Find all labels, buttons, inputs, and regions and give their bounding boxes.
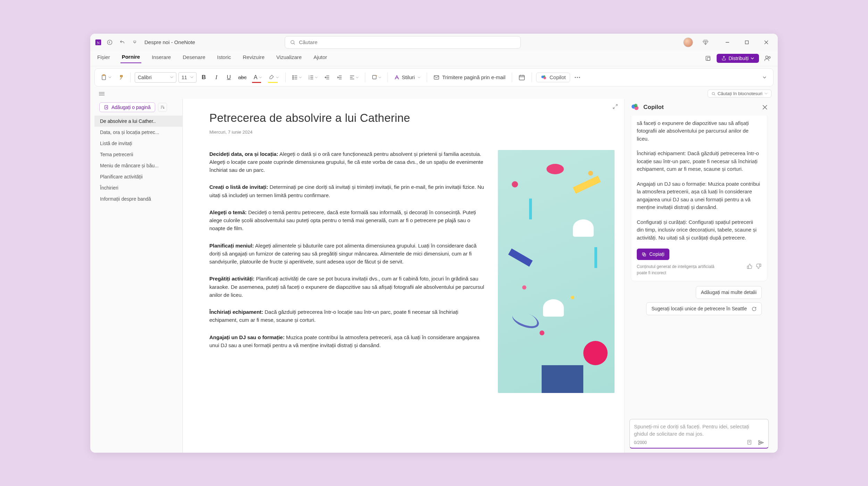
- teams-icon[interactable]: [763, 54, 772, 63]
- refresh-icon[interactable]: [752, 307, 757, 311]
- copilot-para: Angajați un DJ sau o formație: Muzica po…: [637, 180, 761, 211]
- search-input[interactable]: [299, 39, 516, 45]
- thumbs-down-icon[interactable]: [756, 263, 761, 269]
- font-color-button[interactable]: A: [251, 71, 265, 84]
- font-size-select[interactable]: 11: [178, 72, 197, 83]
- search-notebooks[interactable]: Căutați în blocnotesuri: [708, 90, 771, 98]
- svg-point-50: [579, 77, 580, 78]
- tab-home[interactable]: Pornire: [120, 54, 142, 63]
- page-item[interactable]: Data, ora și locația petrec...: [94, 127, 182, 138]
- suggestion-chip[interactable]: Adăugați mai multe detalii: [696, 286, 762, 299]
- bullets-button[interactable]: [290, 71, 304, 84]
- strikethrough-button[interactable]: abc: [236, 71, 249, 84]
- suggestion-chip[interactable]: Sugerați locații unice de petrecere în S…: [646, 302, 762, 315]
- page-title[interactable]: Petrecerea de absolvire a lui Catherine: [209, 111, 615, 125]
- svg-point-47: [543, 75, 545, 77]
- user-avatar[interactable]: [683, 37, 693, 47]
- tab-view[interactable]: Vizualizare: [275, 54, 303, 63]
- page-item[interactable]: Închirieri: [94, 182, 182, 193]
- svg-point-13: [766, 56, 768, 58]
- app-window: N Despre noi - OneNote Fișier Pornire In…: [90, 34, 778, 453]
- copilot-body: să faceți o expunere de diapozitive sau …: [625, 116, 774, 417]
- bold-button[interactable]: B: [199, 71, 209, 84]
- styles-button[interactable]: Stiluri: [392, 71, 423, 84]
- tab-insert[interactable]: Inserare: [150, 54, 172, 63]
- copilot-logo-icon: [631, 103, 639, 111]
- numbering-button[interactable]: 123: [306, 71, 320, 84]
- svg-rect-11: [707, 58, 710, 60]
- maximize-button[interactable]: [740, 37, 754, 48]
- share-icon: [721, 56, 726, 61]
- page-item[interactable]: Listă de invitați: [94, 138, 182, 149]
- paste-button[interactable]: [98, 71, 114, 84]
- svg-rect-38: [373, 75, 376, 79]
- italic-button[interactable]: I: [211, 71, 222, 84]
- sub-bar: Căutați în blocnotesuri: [90, 89, 778, 99]
- tab-draw[interactable]: Desenare: [181, 54, 207, 63]
- share-button[interactable]: Distribuiți: [717, 54, 759, 63]
- main-area: Adăugați o pagină De absolvire a lui Cat…: [90, 99, 778, 453]
- tag-button[interactable]: [369, 71, 383, 84]
- char-counter: 0/2000: [634, 440, 647, 445]
- copilot-para: Configurați și curățați: Configurați spa…: [637, 218, 761, 242]
- meeting-button[interactable]: [516, 71, 527, 84]
- page-item[interactable]: Meniu de mâncare și bău...: [94, 160, 182, 171]
- align-button[interactable]: [347, 71, 361, 84]
- document-canvas[interactable]: Petrecerea de absolvire a lui Catherine …: [183, 99, 624, 453]
- thumbs-up-icon[interactable]: [747, 263, 752, 269]
- back-icon[interactable]: [105, 37, 115, 47]
- undo-icon[interactable]: [117, 37, 127, 47]
- copy-button[interactable]: Copiați: [637, 249, 669, 260]
- page-list: De absolvire a lui Cather.. Data, ora și…: [94, 116, 182, 204]
- copy-icon: [642, 252, 646, 257]
- diamond-icon[interactable]: [701, 37, 710, 47]
- prompt-guide-icon[interactable]: [747, 439, 752, 446]
- copilot-panel: Copilot să faceți o expunere de diapozit…: [624, 99, 774, 453]
- svg-point-2: [107, 40, 112, 44]
- search-icon: [290, 40, 295, 45]
- page-body[interactable]: Decideți data, ora și locația: Alegeți o…: [209, 150, 487, 359]
- customize-qat-icon[interactable]: [130, 37, 140, 47]
- format-painter-button[interactable]: [116, 71, 126, 84]
- svg-point-48: [575, 77, 576, 78]
- chevron-down-icon: [751, 57, 754, 60]
- indent-button[interactable]: [334, 71, 345, 84]
- tab-review[interactable]: Revizuire: [241, 54, 266, 63]
- copilot-input[interactable]: Spuneți-mi ce doriți să faceți. Pentru i…: [629, 419, 769, 449]
- title-bar: N Despre noi - OneNote: [90, 34, 778, 51]
- copilot-ribbon-button[interactable]: Copilot: [536, 73, 570, 82]
- copilot-para: să faceți o expunere de diapozitive sau …: [637, 119, 761, 143]
- page-item[interactable]: Planificare activității: [94, 171, 182, 182]
- svg-rect-16: [103, 74, 105, 75]
- svg-point-17: [293, 75, 293, 76]
- send-icon[interactable]: [758, 439, 764, 446]
- page-list-panel: Adăugați o pagină De absolvire a lui Cat…: [94, 99, 183, 453]
- nav-toggle-icon[interactable]: [97, 90, 107, 98]
- minimize-button[interactable]: [720, 37, 735, 48]
- svg-point-14: [769, 57, 770, 58]
- add-page-button[interactable]: Adăugați o pagină: [99, 102, 155, 112]
- highlight-button[interactable]: [267, 71, 281, 84]
- party-image[interactable]: [498, 150, 615, 393]
- ribbon-collapse-button[interactable]: [759, 71, 770, 84]
- page-date: Miercuri, 7 iunie 2024: [209, 129, 615, 135]
- underline-button[interactable]: U: [224, 71, 234, 84]
- font-select[interactable]: Calibri: [135, 72, 176, 83]
- tab-history[interactable]: Istoric: [216, 54, 232, 63]
- tab-file[interactable]: Fișier: [96, 54, 111, 63]
- feed-icon[interactable]: [703, 54, 712, 63]
- page-item[interactable]: Informații despre bandă: [94, 193, 182, 204]
- close-button[interactable]: [759, 37, 774, 48]
- more-button[interactable]: [572, 71, 583, 84]
- share-label: Distribuiți: [728, 56, 749, 61]
- email-page-button[interactable]: Trimitere pagină prin e-mail: [431, 71, 508, 84]
- sort-button[interactable]: [158, 103, 167, 112]
- copilot-close-button[interactable]: [762, 105, 767, 110]
- page-item[interactable]: De absolvire a lui Cather..: [94, 116, 182, 127]
- svg-rect-69: [747, 266, 748, 268]
- tab-help[interactable]: Ajutor: [312, 54, 328, 63]
- svg-rect-7: [745, 41, 749, 44]
- page-item[interactable]: Tema petrecerii: [94, 149, 182, 160]
- search-bar[interactable]: [285, 36, 521, 49]
- outdent-button[interactable]: [322, 71, 332, 84]
